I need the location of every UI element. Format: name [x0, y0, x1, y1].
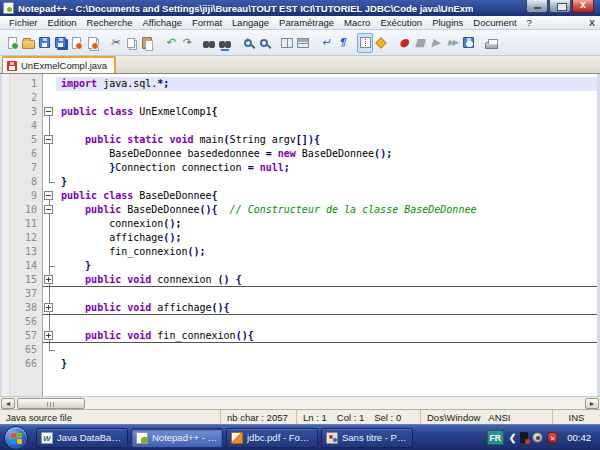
save-icon — [39, 37, 50, 48]
menu-item-7[interactable]: Macro — [339, 17, 375, 28]
horizontal-scrollbar[interactable]: ◄ ► — [0, 396, 600, 410]
fold-collapse-icon[interactable] — [43, 133, 56, 147]
code-line-10[interactable]: 10 public BaseDeDonnee(){ // Constructeu… — [2, 203, 597, 217]
tray-collapse-chevron-icon[interactable] — [509, 433, 517, 443]
zoom-out-icon[interactable] — [256, 33, 272, 53]
menu-close-x[interactable]: X — [589, 18, 595, 28]
fold-collapse-icon[interactable] — [43, 105, 56, 119]
menu-item-5[interactable]: Langage — [227, 17, 274, 28]
fold-expand-icon[interactable] — [43, 329, 56, 343]
code-line-11[interactable]: 11 connexion(); — [2, 217, 597, 231]
user-define-dialog-icon[interactable] — [373, 33, 389, 53]
fold-margin — [43, 259, 56, 273]
close-all-icon[interactable] — [84, 33, 100, 53]
menu-item-0[interactable]: Fichier — [4, 17, 43, 28]
menu-item-10[interactable]: Document — [468, 17, 521, 28]
code-line-56[interactable]: 56 — [2, 315, 597, 329]
open-file-icon[interactable] — [20, 33, 36, 53]
code-line-12[interactable]: 12 affichage(); — [2, 231, 597, 245]
undo-icon[interactable]: ↶ — [162, 33, 178, 53]
minimize-button[interactable] — [526, 0, 548, 13]
cut-icon[interactable]: ✂ — [107, 33, 123, 53]
taskbar-item-0[interactable]: Java DataBase C... — [36, 428, 128, 448]
code-line-4[interactable]: 4 — [2, 119, 597, 133]
menu-item-8[interactable]: Exécution — [375, 17, 427, 28]
code-line-6[interactable]: 6 BaseDeDonnee basededonnee = new BaseDe… — [2, 147, 597, 161]
macro-play-icon[interactable]: ▶ — [428, 33, 444, 53]
fold-expand-icon[interactable] — [43, 273, 56, 287]
menu-item-6[interactable]: Paramétrage — [274, 17, 339, 28]
language-indicator[interactable]: FR — [487, 430, 504, 445]
code-line-66[interactable]: 66} — [2, 357, 597, 371]
close-button[interactable] — [572, 0, 594, 13]
code-line-14[interactable]: 14 } — [2, 259, 597, 273]
taskbar-item-3[interactable]: Sans titre - Paint — [321, 428, 413, 448]
indent-guide-icon[interactable] — [357, 33, 373, 53]
new-file-icon[interactable] — [4, 33, 20, 53]
close-file-icon[interactable] — [68, 33, 84, 53]
macro-save-icon[interactable] — [460, 33, 476, 53]
show-all-characters-icon[interactable]: ¶ — [334, 33, 350, 53]
copy-icon[interactable] — [123, 33, 139, 53]
editor[interactable]: 1import java.sql.*;23public class UnExme… — [0, 74, 600, 396]
code-line-7[interactable]: 7 }Connection connection = null; — [2, 161, 597, 175]
save-all-icon[interactable] — [52, 33, 68, 53]
code-line-38[interactable]: 38 public void affichage(){ — [2, 301, 597, 315]
taskbar-clock[interactable]: 00:42 — [563, 432, 595, 443]
code-line-13[interactable]: 13 fin_connexion(); — [2, 245, 597, 259]
fold-margin — [43, 217, 56, 231]
menu-item-4[interactable]: Format — [187, 17, 227, 28]
fold-expand-icon[interactable] — [43, 301, 56, 315]
sync-vertical-scroll-icon[interactable] — [279, 33, 295, 53]
menu-item-2[interactable]: Recherche — [82, 17, 138, 28]
code-line-65[interactable]: 65 — [2, 343, 597, 357]
scroll-right-arrow-icon[interactable]: ► — [585, 398, 599, 409]
macro-run-multiple-icon[interactable]: ▶▶ — [444, 33, 460, 53]
tray-black-app-icon[interactable] — [520, 432, 528, 443]
scroll-left-arrow-icon[interactable]: ◄ — [1, 398, 15, 409]
fold-margin — [43, 77, 56, 91]
tray-security-shield-icon[interactable] — [547, 432, 558, 444]
code-line-3[interactable]: 3public class UnExmelComp1{ — [2, 105, 597, 119]
status-eol-format: Dos\Window — [427, 412, 480, 423]
taskbar-item-2[interactable]: jdbc.pdf - Foxit ... — [226, 428, 318, 448]
word-wrap-icon[interactable]: ↵ — [318, 33, 334, 53]
paste-icon[interactable] — [139, 33, 155, 53]
tab-unexmelcompl[interactable]: UnExmelCompl.java — [2, 56, 116, 73]
fold-margin — [43, 161, 56, 175]
code-line-8[interactable]: 8} — [2, 175, 597, 189]
redo-icon[interactable]: ↷ — [178, 33, 194, 53]
tray-icons — [509, 432, 559, 444]
code-line-1[interactable]: 1import java.sql.*; — [2, 77, 597, 91]
print-icon[interactable] — [483, 33, 499, 53]
start-button[interactable] — [4, 426, 28, 450]
menu-item-9[interactable]: Plugins — [427, 17, 468, 28]
line-number: 12 — [2, 231, 43, 245]
code-text: } — [56, 259, 597, 273]
sync-horizontal-scroll-icon[interactable] — [295, 33, 311, 53]
fold-collapse-icon[interactable] — [43, 203, 56, 217]
find-icon[interactable] — [201, 33, 217, 53]
title-bar: Notepad++ - C:\Documents and Settings\ji… — [0, 0, 600, 16]
open-file-icon — [22, 40, 35, 49]
fold-collapse-icon[interactable] — [43, 189, 56, 203]
scrollbar-thumb[interactable] — [17, 398, 85, 409]
code-line-57[interactable]: 57 public void fin_connexion(){ — [2, 329, 597, 343]
taskbar-item-1[interactable]: Notepad++ - C:\... — [131, 428, 223, 448]
code-line-9[interactable]: 9public class BaseDeDonnee{ — [2, 189, 597, 203]
code-line-5[interactable]: 5 public static void main(String argv[])… — [2, 133, 597, 147]
maximize-button[interactable] — [549, 0, 571, 13]
code-line-2[interactable]: 2 — [2, 91, 597, 105]
menu-item-3[interactable]: Affichage — [138, 17, 187, 28]
macro-stop-icon[interactable]: ■ — [412, 33, 428, 53]
menu-item-11[interactable]: ? — [522, 17, 537, 28]
save-icon[interactable] — [36, 33, 52, 53]
replace-icon[interactable] — [217, 33, 233, 53]
tray-gray-app-icon[interactable] — [532, 432, 543, 443]
menu-item-1[interactable]: Edition — [43, 17, 82, 28]
code-line-37[interactable]: 37 — [2, 287, 597, 301]
code-line-15[interactable]: 15 public void connexion () { — [2, 273, 597, 287]
zoom-in-icon[interactable] — [240, 33, 256, 53]
macro-save-icon — [463, 37, 474, 48]
macro-record-icon[interactable]: ● — [396, 33, 412, 53]
